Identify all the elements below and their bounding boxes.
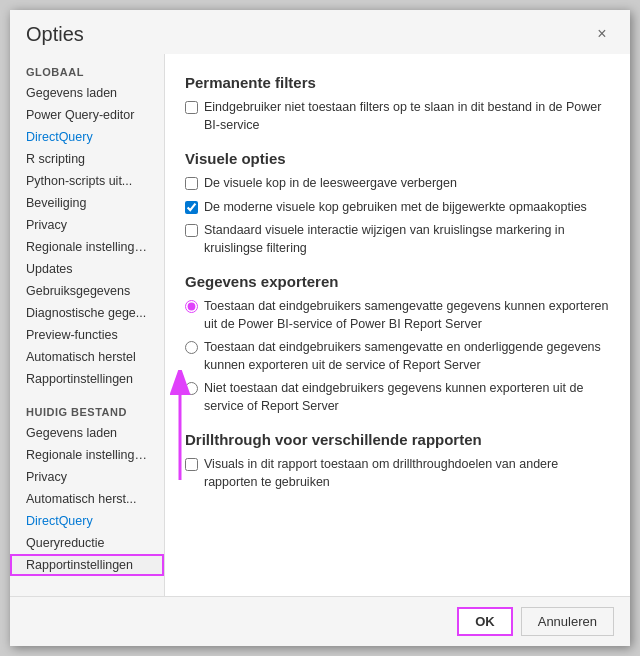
sidebar-item-automatisch-herstel-huidig[interactable]: Automatisch herst... [10, 488, 164, 510]
sidebar-item-direct-query-global[interactable]: DirectQuery [10, 126, 164, 148]
drillthrough-checkbox-0[interactable] [185, 458, 198, 471]
sidebar-item-beveiliging[interactable]: Beveiliging [10, 192, 164, 214]
drillthrough-title: Drillthrough voor verschillende rapporte… [185, 431, 610, 448]
gegevens-exporteren-options: Toestaan dat eindgebruikers samengevatte… [185, 298, 610, 415]
visuele-opties-row-2: Standaard visuele interactie wijzigen va… [185, 222, 610, 257]
sidebar-item-gebruiksgegevens[interactable]: Gebruiksgegevens [10, 280, 164, 302]
huidig-bestand-section-label: HUIDIG BESTAND [10, 398, 164, 422]
visuele-opties-label-0: De visuele kop in de leesweergave verber… [204, 175, 457, 193]
gegevens-exporteren-label-1: Toestaan dat eindgebruikers samengevatte… [204, 339, 610, 374]
visuele-opties-label-2: Standaard visuele interactie wijzigen va… [204, 222, 610, 257]
permanente-filters-title: Permanente filters [185, 74, 610, 91]
sidebar-item-updates[interactable]: Updates [10, 258, 164, 280]
permanente-filters-items: Eindgebruiker niet toestaan filters op t… [185, 99, 610, 134]
gegevens-exporteren-label-0: Toestaan dat eindgebruikers samengevatte… [204, 298, 610, 333]
sidebar-item-rapportinstellingen-huidig[interactable]: Rapportinstellingen [10, 554, 164, 576]
sidebar-item-queryreductie[interactable]: Queryreductie [10, 532, 164, 554]
ok-button[interactable]: OK [457, 607, 513, 636]
sidebar-item-direct-query-huidig[interactable]: DirectQuery [10, 510, 164, 532]
permanente-filter-checkbox-0[interactable] [185, 101, 198, 114]
sidebar-item-python-scripts[interactable]: Python-scripts uit... [10, 170, 164, 192]
visuele-opties-checkbox-0[interactable] [185, 177, 198, 190]
visuele-opties-items: De visuele kop in de leesweergave verber… [185, 175, 610, 257]
sidebar-huidig-items: Gegevens ladenRegionale instellingenPriv… [10, 422, 164, 576]
permanente-filter-row-0: Eindgebruiker niet toestaan filters op t… [185, 99, 610, 134]
dialog-footer: OK Annuleren [10, 596, 630, 646]
gegevens-exporteren-row-1: Toestaan dat eindgebruikers samengevatte… [185, 339, 610, 374]
globaal-section-label: GLOBAAL [10, 58, 164, 82]
sidebar-item-power-query-editor[interactable]: Power Query-editor [10, 104, 164, 126]
dialog-body: GLOBAAL Gegevens ladenPower Query-editor… [10, 54, 630, 596]
sidebar-item-privacy-global[interactable]: Privacy [10, 214, 164, 236]
sidebar-globaal-items: Gegevens ladenPower Query-editorDirectQu… [10, 82, 164, 390]
visuele-opties-checkbox-2[interactable] [185, 224, 198, 237]
gegevens-exporteren-radio-0[interactable] [185, 300, 198, 313]
visuele-opties-title: Visuele opties [185, 150, 610, 167]
sidebar-item-gegevens-laden-huidig[interactable]: Gegevens laden [10, 422, 164, 444]
close-button[interactable]: × [590, 22, 614, 46]
drillthrough-items: Visuals in dit rapport toestaan om drill… [185, 456, 610, 491]
title-bar: Opties × [10, 10, 630, 54]
sidebar-item-privacy-huidig[interactable]: Privacy [10, 466, 164, 488]
sidebar-item-r-scripting[interactable]: R scripting [10, 148, 164, 170]
sidebar: GLOBAAL Gegevens ladenPower Query-editor… [10, 54, 165, 596]
sidebar-item-rapportinstellingen-global[interactable]: Rapportinstellingen [10, 368, 164, 390]
permanente-filter-label-0: Eindgebruiker niet toestaan filters op t… [204, 99, 610, 134]
drillthrough-label-0: Visuals in dit rapport toestaan om drill… [204, 456, 610, 491]
visuele-opties-label-1: De moderne visuele kop gebruiken met de … [204, 199, 587, 217]
gegevens-exporteren-radio-1[interactable] [185, 341, 198, 354]
visuele-opties-checkbox-1[interactable] [185, 201, 198, 214]
sidebar-item-regionale-instellingen-huidig[interactable]: Regionale instellingen [10, 444, 164, 466]
sidebar-item-diagnostische[interactable]: Diagnostische gege... [10, 302, 164, 324]
gegevens-exporteren-label-2: Niet toestaan dat eindgebruikers gegeven… [204, 380, 610, 415]
main-content: Permanente filters Eindgebruiker niet to… [165, 54, 630, 596]
sidebar-item-automatisch-herstel-global[interactable]: Automatisch herstel [10, 346, 164, 368]
annuleren-button[interactable]: Annuleren [521, 607, 614, 636]
gegevens-exporteren-row-0: Toestaan dat eindgebruikers samengevatte… [185, 298, 610, 333]
dialog-title: Opties [26, 23, 84, 46]
sidebar-item-regionale-instellingen-global[interactable]: Regionale instellingen [10, 236, 164, 258]
gegevens-exporteren-title: Gegevens exporteren [185, 273, 610, 290]
options-dialog: Opties × GLOBAAL Gegevens ladenPower Que… [10, 10, 630, 646]
sidebar-item-preview-functies[interactable]: Preview-functies [10, 324, 164, 346]
sidebar-item-gegevens-laden-global[interactable]: Gegevens laden [10, 82, 164, 104]
gegevens-exporteren-row-2: Niet toestaan dat eindgebruikers gegeven… [185, 380, 610, 415]
visuele-opties-row-1: De moderne visuele kop gebruiken met de … [185, 199, 610, 217]
gegevens-exporteren-radio-2[interactable] [185, 382, 198, 395]
visuele-opties-row-0: De visuele kop in de leesweergave verber… [185, 175, 610, 193]
drillthrough-row-0: Visuals in dit rapport toestaan om drill… [185, 456, 610, 491]
